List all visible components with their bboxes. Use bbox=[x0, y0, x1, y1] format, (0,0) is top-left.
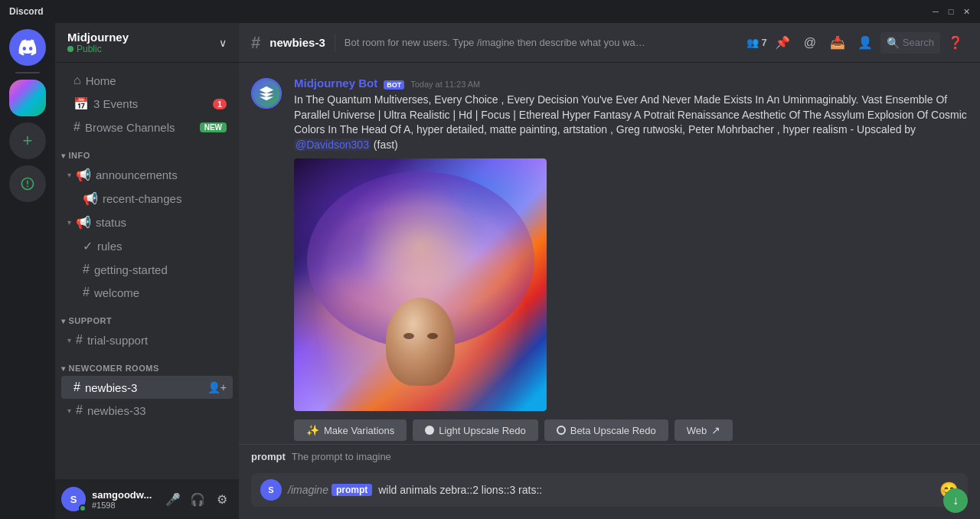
newcomer-arrow: ▾ bbox=[61, 364, 66, 373]
recent-changes-icon: 📢 bbox=[83, 191, 98, 206]
messages-area[interactable]: Midjourney Bot BOT Today at 11:23 AM In … bbox=[239, 63, 980, 444]
light-upscale-redo-button[interactable]: Light Upscale Redo bbox=[413, 419, 537, 441]
header-actions: 👥 7 📌 @ 📥 👤 🔍 Search ❓ bbox=[746, 31, 968, 55]
support-arrow: ▾ bbox=[61, 317, 66, 325]
headset-button[interactable]: 🎧 bbox=[187, 488, 208, 510]
channel-newbies-3[interactable]: # newbies-3 👤+ bbox=[61, 376, 233, 399]
online-indicator bbox=[79, 504, 87, 512]
events-icon: 📅 bbox=[74, 96, 89, 111]
pin-button[interactable]: 📌 bbox=[770, 31, 795, 55]
channel-description: Bot room for new users. Type /imagine th… bbox=[345, 37, 651, 48]
light-upscale-label: Light Upscale Redo bbox=[439, 425, 525, 436]
scroll-to-bottom-button[interactable]: ↓ bbox=[943, 488, 968, 513]
image-figure bbox=[294, 158, 547, 411]
inbox-button[interactable]: 📥 bbox=[825, 31, 850, 55]
microphone-button[interactable]: 🎤 bbox=[162, 488, 184, 510]
add-server-button[interactable]: + bbox=[9, 122, 46, 159]
channel-welcome[interactable]: # welcome bbox=[61, 281, 233, 304]
channel-rules[interactable]: ✓ rules bbox=[61, 234, 233, 258]
main-content: # newbies-3 Bot room for new users. Type… bbox=[239, 23, 980, 519]
message-image[interactable] bbox=[294, 158, 547, 411]
make-variations-button[interactable]: ✨ Make Variations bbox=[294, 419, 407, 441]
mention-button[interactable]: @ bbox=[798, 31, 822, 55]
help-button[interactable]: ❓ bbox=[943, 31, 968, 55]
explore-button[interactable] bbox=[9, 165, 46, 202]
user-avatar[interactable]: S bbox=[61, 487, 86, 511]
channel-header: # newbies-3 Bot room for new users. Type… bbox=[239, 23, 980, 63]
browse-icon: # bbox=[74, 120, 80, 134]
channel-newbies-33-label: newbies-33 bbox=[87, 404, 146, 417]
message-header: Midjourney Bot BOT Today at 11:23 AM bbox=[294, 77, 968, 90]
getting-started-icon: # bbox=[83, 263, 90, 276]
browse-new-badge: NEW bbox=[200, 122, 227, 132]
face bbox=[386, 298, 455, 386]
status-icon: 📢 bbox=[76, 215, 91, 230]
category-newcomer[interactable]: ▾ NEWCOMER ROOMS bbox=[55, 351, 239, 376]
category-info[interactable]: ▾ INFO bbox=[55, 139, 239, 163]
search-icon: 🔍 bbox=[887, 37, 900, 49]
window-controls: ─ □ ✕ bbox=[931, 7, 971, 16]
search-placeholder: Search bbox=[903, 37, 934, 48]
light-upscale-icon bbox=[425, 426, 434, 435]
sidebar-item-events-label: 3 Events bbox=[93, 97, 138, 110]
category-support[interactable]: ▾ SUPPORT bbox=[55, 304, 239, 328]
home-icon: ⌂ bbox=[74, 73, 81, 87]
sidebar-item-home-label: Home bbox=[86, 74, 116, 87]
channel-getting-started[interactable]: # getting-started bbox=[61, 258, 233, 281]
user-info: samgoodw... #1598 bbox=[92, 489, 156, 510]
channel-announcements[interactable]: ▾ 📢 announcements bbox=[61, 163, 233, 187]
header-divider bbox=[335, 34, 335, 52]
web-label: Web bbox=[687, 425, 707, 436]
channel-recent-changes-label: recent-changes bbox=[103, 192, 181, 205]
sidebar-item-home[interactable]: ⌂ Home bbox=[61, 69, 233, 92]
members-count[interactable]: 👥 7 bbox=[746, 37, 767, 48]
channel-recent-changes[interactable]: 📢 recent-changes bbox=[61, 187, 233, 211]
message-input[interactable] bbox=[378, 476, 933, 504]
minimize-button[interactable]: ─ bbox=[931, 7, 940, 16]
prompt-tag: prompt bbox=[332, 484, 372, 496]
make-variations-label: Make Variations bbox=[324, 425, 394, 436]
members-number: 7 bbox=[762, 37, 767, 48]
left-eye bbox=[403, 333, 414, 339]
discord-home-button[interactable] bbox=[9, 29, 46, 66]
search-bar[interactable]: 🔍 Search bbox=[880, 32, 940, 54]
channel-status-label: status bbox=[96, 216, 126, 229]
prompt-description: The prompt to imagine bbox=[292, 451, 391, 462]
user-mention[interactable]: @Davidson303 bbox=[294, 139, 371, 151]
members-list-button[interactable]: 👤 bbox=[853, 31, 877, 55]
close-button[interactable]: ✕ bbox=[962, 7, 971, 16]
announcements-icon: 📢 bbox=[76, 168, 91, 182]
maximize-button[interactable]: □ bbox=[946, 7, 956, 16]
channel-welcome-label: welcome bbox=[94, 286, 139, 299]
sidebar-header[interactable]: Midjourney Public ∨ bbox=[55, 23, 239, 63]
prompt-label: prompt bbox=[251, 451, 286, 462]
beta-upscale-redo-button[interactable]: Beta Upscale Redo bbox=[544, 419, 668, 441]
trial-support-icon: # bbox=[76, 333, 83, 347]
username: samgoodw... bbox=[92, 489, 156, 501]
sidebar-item-browse[interactable]: # Browse Channels NEW bbox=[61, 116, 233, 139]
channel-rules-label: rules bbox=[97, 240, 122, 253]
message-author[interactable]: Midjourney Bot bbox=[294, 77, 377, 90]
add-member-icon: 👤+ bbox=[207, 381, 227, 393]
status-dot bbox=[67, 46, 74, 52]
channel-trial-support[interactable]: ▾ # trial-support bbox=[61, 328, 233, 351]
rules-icon: ✓ bbox=[83, 239, 93, 253]
newbies33-expand-arrow: ▾ bbox=[67, 406, 71, 415]
channel-status[interactable]: ▾ 📢 status bbox=[61, 211, 233, 234]
discriminator: #1598 bbox=[92, 501, 156, 510]
message-content: Midjourney Bot BOT Today at 11:23 AM In … bbox=[294, 77, 968, 444]
members-icon: 👥 bbox=[746, 37, 759, 48]
right-eye bbox=[427, 333, 438, 339]
channel-trial-support-label: trial-support bbox=[87, 334, 148, 347]
midjourney-server-icon[interactable] bbox=[9, 80, 46, 116]
events-badge: 1 bbox=[213, 99, 227, 109]
message-buttons: ✨ Make Variations Light Upscale Redo Bet… bbox=[294, 419, 968, 441]
sidebar-item-events[interactable]: 📅 3 Events 1 bbox=[61, 92, 233, 116]
settings-button[interactable]: ⚙ bbox=[211, 488, 233, 510]
message-text: In The Quantum Multiverses, Every Choice… bbox=[294, 93, 968, 152]
server-divider bbox=[15, 72, 40, 73]
message-input-area: S /imagine prompt 😊 bbox=[239, 473, 980, 519]
web-button[interactable]: Web ↗ bbox=[675, 419, 733, 441]
channel-newbies-33[interactable]: ▾ # newbies-33 bbox=[61, 399, 233, 422]
beta-upscale-icon bbox=[557, 426, 566, 435]
